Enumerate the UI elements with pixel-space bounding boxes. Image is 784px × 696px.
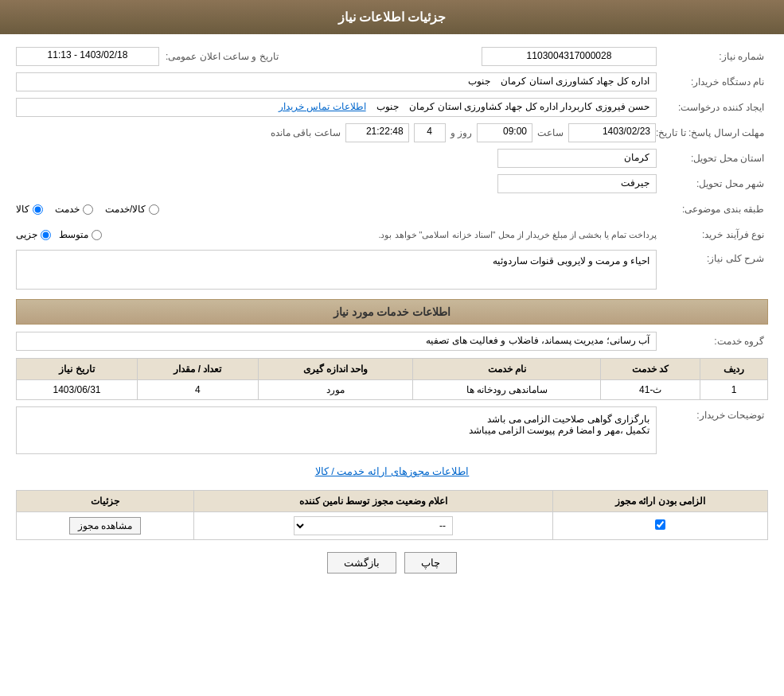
province-label: استان محل تحویل:	[657, 153, 768, 164]
col-details: جزئیات	[17, 491, 194, 512]
purchase-type-row: نوع فرآیند خرید: پرداخت تمام یا بخشی از …	[16, 224, 768, 245]
header-title: جزئیات اطلاعات نیاز	[338, 10, 447, 24]
col-quantity: تعداد / مقدار	[137, 359, 258, 380]
col-service-name: نام خدمت	[413, 359, 601, 380]
deadline-date: 1403/02/23	[568, 123, 656, 142]
deadline-clock: 21:22:48	[345, 123, 409, 142]
cell-service-name: ساماندهی رودخانه ها	[413, 380, 601, 400]
category-kala-option[interactable]: کالا	[16, 204, 43, 215]
category-label: طبقه بندی موضوعی:	[657, 204, 768, 215]
cell-need-date: 1403/06/31	[17, 380, 138, 400]
category-kala-radio[interactable]	[33, 204, 43, 215]
page-header: جزئیات اطلاعات نیاز	[0, 0, 784, 34]
buyer-notes-text: بارگزاری گواهی صلاحیت الزامی می باشد تکم…	[16, 406, 657, 454]
buyer-notes-label: توضیحات خریدار:	[657, 406, 768, 421]
city-label: شهر محل تحویل:	[657, 178, 768, 189]
cell-quantity: 4	[137, 380, 258, 400]
services-section-title: اطلاعات خدمات مورد نیاز	[16, 299, 768, 325]
buyer-notes-area: بارگزاری گواهی صلاحیت الزامی می باشد تکم…	[16, 406, 657, 454]
requester-label: ایجاد کننده درخواست:	[657, 102, 768, 113]
city-row: شهر محل تحویل: جیرفت	[16, 173, 768, 194]
print-button[interactable]: چاپ	[404, 552, 457, 574]
announce-date-value: 1403/02/18 - 11:13	[16, 47, 159, 66]
buyer-notes-row: توضیحات خریدار: بارگزاری گواهی صلاحیت ال…	[16, 406, 768, 454]
action-buttons: چاپ بازگشت	[16, 552, 768, 574]
buyer-org-label: نام دستگاه خریدار:	[657, 76, 768, 87]
need-number-value: 1103004317000028	[482, 47, 657, 66]
permissions-row: -- مشاهده مجوز	[17, 512, 768, 540]
service-group-label: گروه خدمت:	[657, 336, 768, 347]
purchase-motavaset-radio[interactable]	[92, 230, 102, 240]
description-label: شرح کلی نیاز:	[657, 250, 768, 264]
city-value: جیرفت	[497, 174, 657, 193]
table-row: 1 ث-41 ساماندهی رودخانه ها مورد 4 1403/0…	[17, 380, 768, 400]
cell-row-num: 1	[700, 380, 768, 400]
permissions-table: الزامی بودن ارائه مجوز اعلام وضعیت مجوز …	[16, 490, 768, 540]
category-radio-group: کالا/خدمت خدمت کالا	[16, 204, 657, 215]
purchase-type-group: متوسط جزیی	[16, 229, 102, 240]
supplier-status-cell: --	[194, 512, 553, 540]
back-button[interactable]: بازگشت	[327, 552, 396, 574]
deadline-days: 4	[414, 123, 446, 142]
remaining-label: ساعت باقی مانده	[271, 127, 341, 138]
category-khedmat-option[interactable]: خدمت	[55, 204, 93, 215]
purchase-jozvi-radio[interactable]	[41, 230, 51, 240]
services-table-head: ردیف کد خدمت نام خدمت واحد اندازه گیری ت…	[17, 359, 768, 380]
col-row-num: ردیف	[700, 359, 768, 380]
col-need-date: تاریخ نیاز	[17, 359, 138, 380]
category-kala-khedmat-option[interactable]: کالا/خدمت	[105, 204, 159, 215]
purchase-type-label: نوع فرآیند خرید:	[657, 229, 768, 240]
page-wrapper: جزئیات اطلاعات نیاز شماره نیاز: 11030043…	[0, 0, 784, 696]
purchase-note: پرداخت تمام یا بخشی از مبلغ خریدار از مح…	[110, 230, 657, 240]
deadline-time: 09:00	[477, 123, 532, 142]
supplier-status-select[interactable]: --	[294, 516, 453, 535]
category-row: طبقه بندی موضوعی: کالا/خدمت خدمت کالا	[16, 199, 768, 220]
col-license-required: الزامی بودن ارائه مجوز	[552, 491, 767, 512]
view-license-button[interactable]: مشاهده مجوز	[69, 517, 141, 535]
requester-value: حسن فیروزی کاربردار اداره کل جهاد کشاورز…	[16, 98, 657, 117]
days-label: روز و	[451, 127, 472, 138]
services-table: ردیف کد خدمت نام خدمت واحد اندازه گیری ت…	[16, 358, 768, 400]
permissions-table-body: -- مشاهده مجوز	[17, 512, 768, 540]
col-unit: واحد اندازه گیری	[258, 359, 413, 380]
permissions-header-row: الزامی بودن ارائه مجوز اعلام وضعیت مجوز …	[17, 491, 768, 512]
description-text: احیاء و مرمت و لایروبی قنوات ساردوئیه	[16, 250, 657, 290]
announce-date-label: تاریخ و ساعت اعلان عمومی:	[166, 51, 279, 62]
services-table-body: 1 ث-41 ساماندهی رودخانه ها مورد 4 1403/0…	[17, 380, 768, 400]
deadline-values: 1403/02/23 ساعت 09:00 روز و 4 21:22:48 س…	[16, 123, 656, 142]
purchase-jozvi-label: جزیی	[16, 229, 37, 240]
license-required-checkbox[interactable]	[655, 519, 665, 530]
deadline-row: مهلت ارسال پاسخ: تا تاریخ: 1403/02/23 سا…	[16, 122, 768, 143]
category-kala-khedmat-label: کالا/خدمت	[105, 204, 146, 215]
category-kala-label: کالا	[16, 204, 29, 215]
license-required-cell	[552, 512, 767, 540]
cell-unit: مورد	[258, 380, 413, 400]
description-area: احیاء و مرمت و لایروبی قنوات ساردوئیه	[16, 250, 657, 290]
purchase-motavaset-label: متوسط	[59, 229, 88, 240]
permissions-table-head: الزامی بودن ارائه مجوز اعلام وضعیت مجوز …	[17, 491, 768, 512]
details-cell: مشاهده مجوز	[17, 512, 194, 540]
service-group-value: آب رسانی؛ مدیریت پسماند، فاضلاب و فعالیت…	[16, 332, 657, 351]
cell-service-code: ث-41	[601, 380, 700, 400]
need-number-row: شماره نیاز: 1103004317000028 تاریخ و ساع…	[16, 46, 768, 67]
category-khedmat-radio[interactable]	[83, 204, 93, 215]
description-row: شرح کلی نیاز: احیاء و مرمت و لایروبی قنو…	[16, 250, 768, 290]
permissions-link[interactable]: اطلاعات مجوزهای ارائه خدمت / کالا	[16, 459, 768, 484]
category-kala-khedmat-radio[interactable]	[149, 204, 159, 215]
category-khedmat-label: خدمت	[55, 204, 80, 215]
service-group-row: گروه خدمت: آب رسانی؛ مدیریت پسماند، فاضل…	[16, 331, 768, 352]
services-table-header-row: ردیف کد خدمت نام خدمت واحد اندازه گیری ت…	[17, 359, 768, 380]
main-content: شماره نیاز: 1103004317000028 تاریخ و ساع…	[0, 34, 784, 597]
contact-info-link[interactable]: اطلاعات تماس خریدار	[279, 101, 366, 112]
col-service-code: کد خدمت	[601, 359, 700, 380]
province-value: کرمان	[497, 149, 657, 168]
time-label: ساعت	[537, 127, 564, 138]
deadline-label: مهلت ارسال پاسخ: تا تاریخ:	[656, 127, 768, 138]
col-supplier-status: اعلام وضعیت مجوز توسط نامین کننده	[194, 491, 553, 512]
province-row: استان محل تحویل: کرمان	[16, 148, 768, 169]
purchase-motavaset-option[interactable]: متوسط	[59, 229, 102, 240]
purchase-jozvi-option[interactable]: جزیی	[16, 229, 51, 240]
buyer-org-value: اداره کل جهاد کشاورزی استان کرمان جنوب	[16, 72, 657, 91]
requester-row: ایجاد کننده درخواست: حسن فیروزی کاربردار…	[16, 97, 768, 118]
need-number-label: شماره نیاز:	[657, 51, 768, 62]
